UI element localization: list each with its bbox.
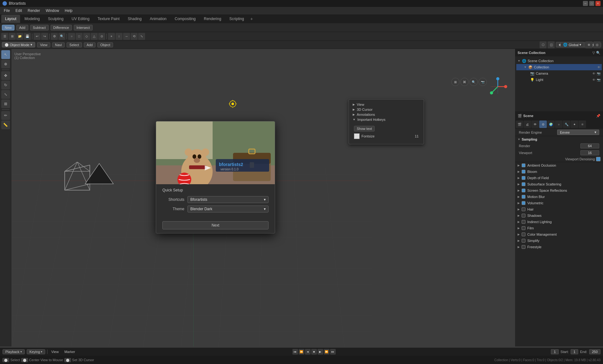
start-frame-input[interactable]: 1 (571, 349, 578, 354)
outliner-filter-icon[interactable]: ▽ (592, 51, 595, 55)
play-back-btn[interactable]: ◄ (305, 349, 311, 355)
step-fwd-btn[interactable]: ⏩ (324, 349, 329, 355)
scale-tool[interactable]: ⤡ (1, 90, 10, 99)
render-section-shadows[interactable]: ▶ Shadows (515, 212, 603, 219)
outliner-search-icon[interactable]: 🔍 (596, 51, 600, 55)
tab-compositing[interactable]: Compositing (171, 15, 199, 23)
object-mode-dropdown[interactable]: ⬤ Object Mode ▾ (2, 42, 35, 47)
cursor-tool[interactable]: ⊕ (1, 60, 10, 68)
object-button[interactable]: Object (97, 42, 113, 47)
timeline-view-btn[interactable]: View (49, 350, 61, 354)
render-section-color-management[interactable]: ▶ Color Management (515, 231, 603, 238)
toolbar-icon-8[interactable]: 🔍 (58, 33, 65, 40)
section-checkbox[interactable] (522, 195, 525, 199)
render-section-volumetric[interactable]: ▶ Volumetric (515, 200, 603, 206)
camera-render-icon[interactable]: 📷 (597, 72, 600, 75)
section-checkbox[interactable] (522, 239, 525, 243)
sampling-section-header[interactable]: ▼ Sampling (515, 136, 603, 142)
step-back-btn[interactable]: ⏪ (299, 349, 304, 355)
tree-item-camera[interactable]: 📷 Camera 👁 📷 (516, 70, 602, 77)
view-button[interactable]: View (37, 42, 50, 47)
render-section-film[interactable]: ▶ Film (515, 225, 603, 231)
playback-tab[interactable]: Playback ▾ (3, 349, 25, 354)
toolbar-icon-9[interactable]: ○ (68, 33, 75, 40)
overlay-cursor-item[interactable]: ▶ 3D Cursor (351, 107, 421, 112)
section-checkbox[interactable] (522, 220, 525, 224)
viewport-samples-value[interactable]: 16 (580, 150, 599, 155)
camera-visibility-icon[interactable]: 👁 (592, 72, 595, 75)
menu-edit[interactable]: Edit (13, 8, 24, 13)
annotate-tool[interactable]: ✏ (1, 111, 10, 120)
tab-uv-editing[interactable]: UV Editing (68, 15, 93, 23)
show-text-button[interactable]: Show text (354, 126, 375, 131)
section-checkbox[interactable] (522, 176, 525, 180)
overlay-view-item[interactable]: ▶ View (351, 102, 421, 107)
menu-file[interactable]: File (1, 8, 12, 13)
render-section-hair[interactable]: ▶ Hair (515, 206, 603, 212)
nav-btn-4[interactable]: 📷 (479, 78, 487, 86)
section-checkbox[interactable] (522, 189, 525, 192)
render-engine-dropdown[interactable]: Eevee ▾ (557, 130, 599, 135)
prop-tab-output[interactable]: 🖨 (524, 120, 531, 128)
current-frame-input[interactable]: 1 (551, 349, 558, 354)
select-tool[interactable]: ↖ (1, 50, 10, 59)
tool-add-button[interactable]: Add (16, 25, 28, 30)
tab-scripting[interactable]: Scripting (225, 15, 248, 23)
section-checkbox[interactable] (522, 245, 525, 249)
section-checkbox[interactable] (522, 163, 525, 167)
global-dropdown[interactable]: 🌐 Global ▾ (560, 42, 584, 47)
tab-animation[interactable]: Animation (146, 15, 170, 23)
section-checkbox[interactable] (522, 201, 525, 205)
tab-shading[interactable]: Shading (124, 15, 145, 23)
tool-subtract-button[interactable]: Subtract (30, 25, 49, 30)
tree-item-scene-collection[interactable]: ▼ 🌐 Scene Collection (516, 58, 602, 64)
render-section-subsurface-scattering[interactable]: ▶ Subsurface Scattering (515, 181, 603, 187)
prop-tab-world[interactable]: 🌍 (547, 120, 555, 128)
render-section-ambient-occlusion[interactable]: ▶ Ambient Occlusion (515, 162, 603, 169)
toolbar-icon-14[interactable]: ⌖ (108, 33, 115, 40)
theme-select[interactable]: Blender Dark ▾ (187, 206, 269, 212)
tool-new-button[interactable]: New (2, 25, 14, 30)
toolbar-icon-15[interactable]: ↕ (116, 33, 122, 40)
section-checkbox[interactable] (522, 233, 525, 236)
nav-btn-2[interactable]: ⌘ (460, 78, 469, 86)
tab-layout[interactable]: Layout (1, 15, 20, 23)
prop-tab-view[interactable]: 👁 (531, 120, 539, 128)
toolbar-icon-13[interactable]: ⊙ (98, 33, 105, 40)
play-btn[interactable]: ▶ (318, 349, 323, 355)
toolbar-icon-4[interactable]: 💾 (24, 33, 31, 40)
section-checkbox[interactable] (522, 226, 525, 230)
end-frame-input[interactable]: 250 (589, 349, 600, 354)
transform-tool[interactable]: ⊞ (1, 99, 10, 108)
next-button[interactable]: Next (162, 221, 269, 229)
toolbar-icon-10[interactable]: □ (76, 33, 83, 40)
navi-button[interactable]: Navi (52, 42, 65, 47)
toolbar-icon-7[interactable]: ⚙ (51, 33, 58, 40)
tree-item-light[interactable]: 💡 Light 👁 📷 (516, 77, 602, 83)
viewport-mode-1[interactable]: ⬡ (540, 41, 546, 48)
tree-item-collection[interactable]: ▼ 📦 Collection 👁 (516, 64, 602, 70)
overlay-hotkeys-item[interactable]: ▼ Important Hotkeys (351, 117, 421, 122)
prop-tab-modifier[interactable]: 🔧 (563, 120, 570, 128)
light-visibility-icon[interactable]: 👁 (592, 78, 595, 82)
orientation-gizmo[interactable] (488, 77, 507, 96)
add-button[interactable]: Add (84, 42, 96, 47)
select-button[interactable]: Select (67, 42, 82, 47)
proportional-icon[interactable]: ◎ (594, 41, 600, 48)
section-checkbox[interactable] (522, 207, 525, 211)
nav-btn-1[interactable]: ⊞ (451, 78, 459, 86)
prop-tab-render[interactable]: 🎬 (516, 120, 523, 128)
toolbar-icon-16[interactable]: ↔ (123, 33, 130, 40)
tab-sculpting[interactable]: Sculpting (44, 15, 67, 23)
toolbar-icon-17[interactable]: ⟲ (131, 33, 138, 40)
minimize-button[interactable]: ─ (583, 1, 588, 6)
toolbar-icon-6[interactable]: ↪ (41, 33, 48, 40)
viewport-mode-2[interactable]: ◫ (548, 41, 555, 48)
section-checkbox[interactable] (522, 170, 525, 174)
close-button[interactable]: ✕ (595, 1, 600, 6)
section-checkbox[interactable] (522, 214, 525, 217)
section-checkbox[interactable] (522, 182, 525, 186)
rotate-tool[interactable]: ↻ (1, 81, 10, 89)
toolbar-icon-11[interactable]: ◇ (83, 33, 90, 40)
viewport-3d[interactable]: User Perspective (1) Collection (11, 49, 515, 346)
